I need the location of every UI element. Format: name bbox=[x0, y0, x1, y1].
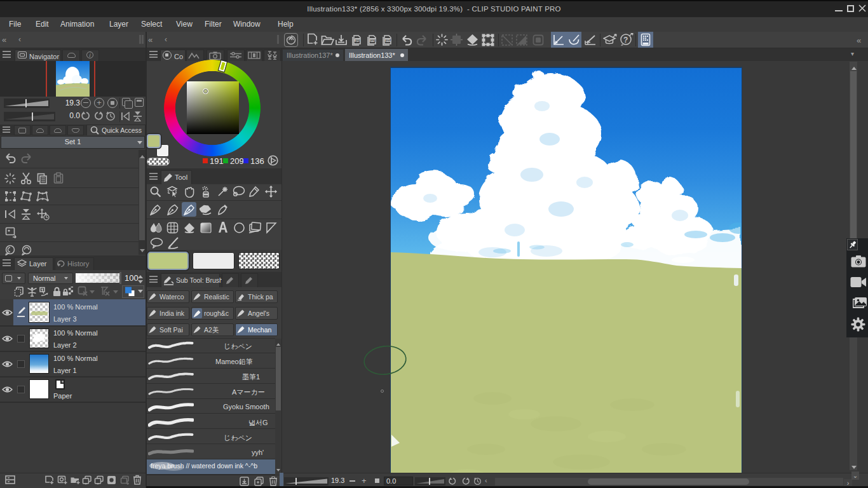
svg-text:psd: psd bbox=[385, 38, 391, 42]
svg-text:png: png bbox=[370, 38, 376, 42]
svg-text:?: ? bbox=[623, 36, 628, 44]
svg-text:jpg: jpg bbox=[355, 38, 360, 42]
